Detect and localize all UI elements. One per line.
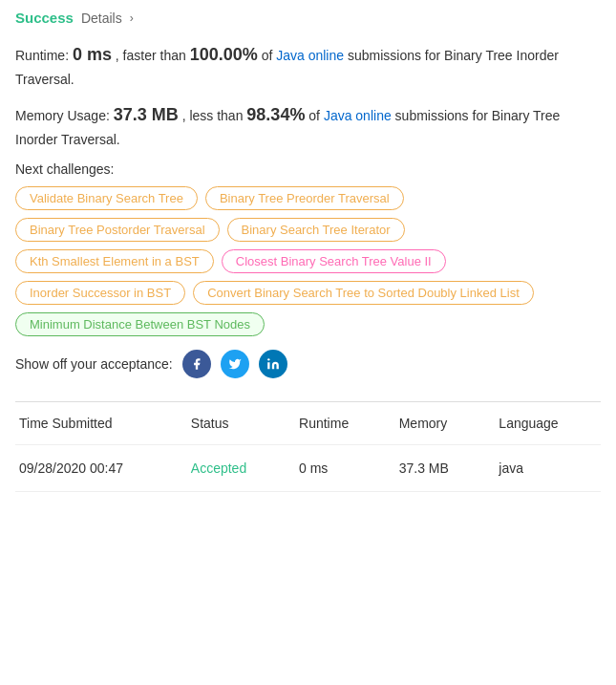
challenge-tag-5[interactable]: Closest Binary Search Tree Value II bbox=[222, 249, 446, 273]
runtime-stat: Runtime: 0 ms , faster than 100.00% of J… bbox=[15, 41, 601, 90]
header-bar: Success Details › bbox=[15, 10, 601, 26]
share-label: Show off your acceptance: bbox=[15, 356, 173, 372]
table-row: 09/28/2020 00:47Accepted0 ms37.3 MBjava bbox=[15, 445, 601, 492]
cell-runtime: 0 ms bbox=[287, 445, 388, 492]
success-label: Success bbox=[15, 10, 74, 26]
table-header-status: Status bbox=[180, 402, 287, 445]
memory-suffix-pre: of bbox=[308, 108, 320, 123]
share-row: Show off your acceptance: bbox=[15, 350, 601, 378]
chevron-icon: › bbox=[130, 11, 134, 25]
memory-pct: 98.34% bbox=[246, 105, 305, 124]
cell-time-submitted: 09/28/2020 00:47 bbox=[15, 445, 180, 492]
cell-language: java bbox=[487, 445, 601, 492]
table-body: 09/28/2020 00:47Accepted0 ms37.3 MBjava bbox=[15, 445, 601, 492]
details-link[interactable]: Details bbox=[81, 11, 122, 26]
svg-point-1 bbox=[267, 359, 269, 361]
twitter-icon[interactable] bbox=[221, 350, 249, 378]
runtime-middle: , faster than bbox=[116, 48, 186, 63]
runtime-prefix: Runtime: bbox=[15, 48, 69, 63]
tags-container: Validate Binary Search TreeBinary Tree P… bbox=[15, 186, 601, 336]
facebook-icon[interactable] bbox=[182, 350, 211, 378]
challenge-tag-2[interactable]: Binary Tree Postorder Traversal bbox=[15, 218, 220, 242]
runtime-suffix-pre: of bbox=[262, 48, 273, 63]
submissions-table: Time SubmittedStatusRuntimeMemoryLanguag… bbox=[15, 402, 601, 492]
table-header-time-submitted: Time Submitted bbox=[15, 402, 180, 445]
cell-status: Accepted bbox=[180, 445, 287, 492]
cell-memory: 37.3 MB bbox=[388, 445, 488, 492]
memory-java-link[interactable]: Java online bbox=[324, 108, 392, 123]
linkedin-icon[interactable] bbox=[259, 350, 287, 378]
table-header-memory: Memory bbox=[388, 402, 488, 445]
table-header-language: Language bbox=[487, 402, 601, 445]
challenge-tag-4[interactable]: Kth Smallest Element in a BST bbox=[15, 249, 214, 273]
runtime-java-link[interactable]: Java online bbox=[276, 48, 344, 63]
memory-value: 37.3 MB bbox=[114, 105, 179, 124]
challenge-tag-1[interactable]: Binary Tree Preorder Traversal bbox=[205, 186, 404, 210]
challenge-tag-0[interactable]: Validate Binary Search Tree bbox=[15, 186, 198, 210]
table-header: Time SubmittedStatusRuntimeMemoryLanguag… bbox=[15, 402, 601, 445]
memory-middle: , less than bbox=[182, 108, 244, 123]
challenge-tag-8[interactable]: Minimum Distance Between BST Nodes bbox=[15, 312, 265, 336]
memory-prefix: Memory Usage: bbox=[15, 108, 110, 123]
table-header-runtime: Runtime bbox=[287, 402, 388, 445]
memory-stat: Memory Usage: 37.3 MB , less than 98.34%… bbox=[15, 101, 601, 150]
table-header-row: Time SubmittedStatusRuntimeMemoryLanguag… bbox=[15, 402, 601, 445]
runtime-value: 0 ms bbox=[73, 45, 112, 64]
next-challenges-label: Next challenges: bbox=[15, 161, 601, 177]
svg-rect-0 bbox=[267, 363, 269, 370]
challenge-tag-3[interactable]: Binary Search Tree Iterator bbox=[227, 218, 405, 242]
runtime-pct: 100.00% bbox=[190, 45, 258, 64]
challenge-tag-6[interactable]: Inorder Successor in BST bbox=[15, 281, 185, 305]
challenge-tag-7[interactable]: Convert Binary Search Tree to Sorted Dou… bbox=[193, 281, 534, 305]
